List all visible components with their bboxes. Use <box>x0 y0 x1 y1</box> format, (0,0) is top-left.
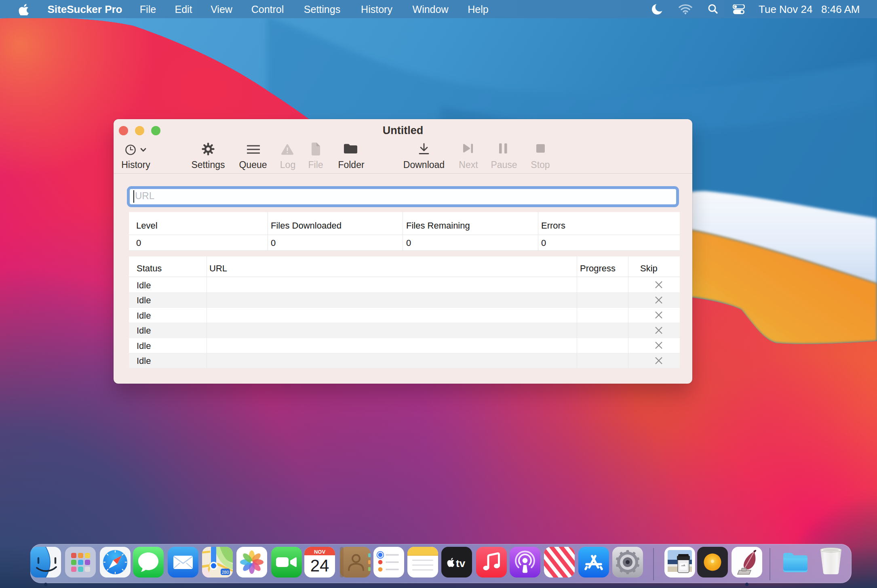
svg-text:24: 24 <box>310 556 329 575</box>
svg-text:280: 280 <box>222 570 229 575</box>
svg-text:NOV: NOV <box>314 549 326 555</box>
svg-text:tv: tv <box>456 557 466 569</box>
